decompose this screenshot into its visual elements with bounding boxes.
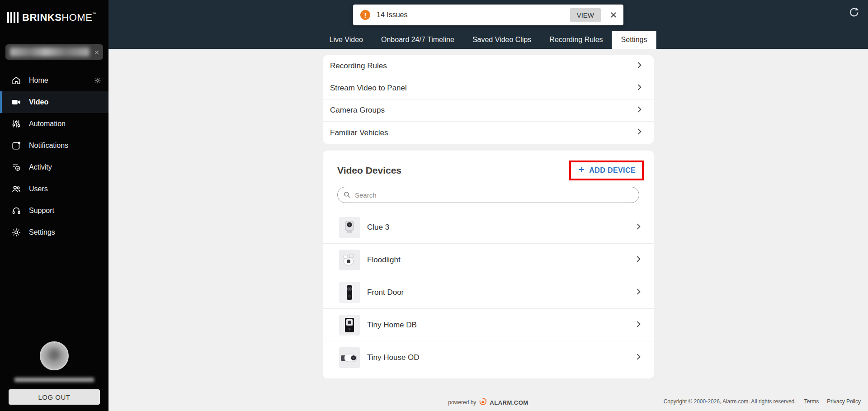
- device-name: Floodlight: [367, 255, 634, 265]
- alarm-com-wordmark: ALARM.COM: [490, 399, 528, 406]
- video-devices-header: Video Devices ADD DEVICE: [323, 151, 654, 182]
- device-row-tiny-house-od[interactable]: Tiny House OD: [323, 341, 654, 374]
- device-thumbnail: [339, 250, 360, 270]
- sidebar-item-label: Users: [29, 185, 48, 193]
- home-icon: [11, 75, 22, 86]
- sidebar-item-support[interactable]: Support: [0, 200, 108, 222]
- powered-by-text: powered by: [448, 399, 476, 406]
- device-thumbnail: [339, 217, 360, 238]
- powered-by-alarm: powered by ALARM.COM: [448, 397, 528, 407]
- row-camera-groups[interactable]: Camera Groups: [323, 99, 654, 122]
- device-row-front-door[interactable]: Front Door: [323, 276, 654, 309]
- chevron-right-icon: [635, 83, 644, 94]
- brand-bold: BRINKS: [22, 12, 61, 23]
- logout-button[interactable]: LOG OUT: [9, 389, 100, 405]
- row-stream-video-to-panel[interactable]: Stream Video to Panel: [323, 77, 654, 99]
- device-row-clue-3[interactable]: Clue 3: [323, 211, 654, 244]
- device-name: Tiny House OD: [367, 353, 634, 362]
- brinks-bars-icon: [7, 12, 19, 23]
- device-thumbnail: [339, 282, 360, 303]
- chevron-right-icon: [634, 222, 643, 233]
- device-row-tiny-home-db[interactable]: Tiny Home DB: [323, 309, 654, 341]
- view-issues-button[interactable]: VIEW: [570, 8, 601, 22]
- avatar-blurred-image: [44, 345, 65, 366]
- refresh-icon[interactable]: [848, 6, 860, 20]
- chevron-right-icon: [634, 255, 643, 265]
- terms-link[interactable]: Terms: [804, 398, 819, 405]
- device-name: Front Door: [367, 288, 634, 297]
- redacted-system-name: [10, 47, 90, 57]
- sidebar-item-label: Notifications: [29, 142, 68, 150]
- close-icon[interactable]: [610, 11, 617, 19]
- row-recording-rules[interactable]: Recording Rules: [323, 55, 654, 77]
- users-icon: [11, 184, 22, 194]
- system-selector[interactable]: [5, 44, 103, 60]
- top-bar: Live Video Onboard 24/7 Timeline Saved V…: [108, 0, 868, 49]
- device-search: [337, 187, 639, 203]
- row-label: Recording Rules: [330, 61, 387, 71]
- sidebar-profile: LOG OUT: [0, 341, 108, 405]
- search-icon: [343, 190, 351, 201]
- copyright-text: Copyright © 2000-2026, Alarm.com. All ri…: [664, 398, 796, 405]
- brand-light: HOME: [61, 12, 92, 23]
- legal-links: Copyright © 2000-2026, Alarm.com. All ri…: [664, 398, 861, 405]
- sidebar-item-label: Activity: [29, 163, 52, 171]
- privacy-policy-link[interactable]: Privacy Policy: [827, 398, 861, 405]
- sidebar-item-users[interactable]: Users: [0, 178, 108, 200]
- device-thumbnail: [339, 347, 360, 368]
- avatar: [40, 341, 69, 370]
- video-devices-title: Video Devices: [337, 165, 401, 176]
- row-label: Camera Groups: [330, 106, 385, 115]
- sidebar-item-label: Video: [29, 98, 48, 106]
- chevron-right-icon: [635, 127, 644, 138]
- tab-settings[interactable]: Settings: [612, 31, 656, 49]
- redacted-email: [14, 378, 94, 382]
- brinks-home-logo: BRINKSHOME™: [0, 0, 108, 24]
- chevron-right-icon: [634, 320, 643, 331]
- tab-onboard-timeline[interactable]: Onboard 24/7 Timeline: [372, 31, 463, 49]
- sidebar-item-automation[interactable]: Automation: [0, 113, 108, 135]
- sidebar-item-home[interactable]: Home: [0, 70, 108, 91]
- video-devices-card: Video Devices ADD DEVICE Clue 3: [323, 151, 654, 378]
- issues-toast: ! 14 Issues VIEW: [353, 5, 623, 25]
- sidebar-item-label: Support: [29, 207, 54, 215]
- chevron-right-icon: [635, 61, 644, 72]
- activity-icon: [11, 162, 22, 173]
- video-camera-icon: [11, 97, 22, 108]
- add-device-button[interactable]: ADD DEVICE: [577, 165, 636, 175]
- sidebar-nav: Home Video Automation Notifications: [0, 70, 108, 243]
- gear-icon: [11, 227, 22, 238]
- issues-count-text: 14 Issues: [377, 11, 570, 19]
- device-row-floodlight[interactable]: Floodlight: [323, 244, 654, 276]
- sidebar-item-label: Home: [29, 76, 48, 85]
- device-name: Clue 3: [367, 223, 634, 232]
- sidebar-item-activity[interactable]: Activity: [0, 156, 108, 178]
- sidebar-item-notifications[interactable]: Notifications: [0, 135, 108, 156]
- tab-recording-rules[interactable]: Recording Rules: [540, 31, 612, 49]
- home-gear-icon[interactable]: [94, 77, 101, 84]
- add-device-label: ADD DEVICE: [589, 166, 636, 175]
- row-familiar-vehicles[interactable]: Familiar Vehicles: [323, 122, 654, 144]
- video-settings-card: Recording Rules Stream Video to Panel Ca…: [323, 55, 654, 144]
- device-thumbnail: [339, 315, 360, 335]
- sidebar: BRINKSHOME™ Home Video Automa: [0, 0, 108, 411]
- video-tabs: Live Video Onboard 24/7 Timeline Saved V…: [321, 31, 656, 49]
- footer: powered by ALARM.COM Copyright © 2000-20…: [108, 397, 868, 407]
- sliders-icon: [11, 118, 22, 129]
- clear-icon[interactable]: [94, 49, 99, 57]
- tab-saved-video-clips[interactable]: Saved Video Clips: [463, 31, 540, 49]
- row-label: Familiar Vehicles: [330, 128, 388, 137]
- annotation-red-box: ADD DEVICE: [569, 161, 644, 180]
- device-name: Tiny Home DB: [367, 321, 634, 330]
- sidebar-item-settings[interactable]: Settings: [0, 222, 108, 243]
- sidebar-item-label: Automation: [29, 120, 66, 128]
- sidebar-item-label: Settings: [29, 228, 55, 236]
- sidebar-item-video[interactable]: Video: [0, 91, 108, 113]
- brand-text: BRINKSHOME™: [22, 12, 96, 24]
- search-input[interactable]: [337, 187, 639, 203]
- main-content: Recording Rules Stream Video to Panel Ca…: [108, 49, 868, 411]
- chevron-right-icon: [634, 287, 643, 298]
- chevron-right-icon: [635, 105, 644, 116]
- notifications-icon: [11, 140, 22, 151]
- tab-live-video[interactable]: Live Video: [321, 31, 372, 49]
